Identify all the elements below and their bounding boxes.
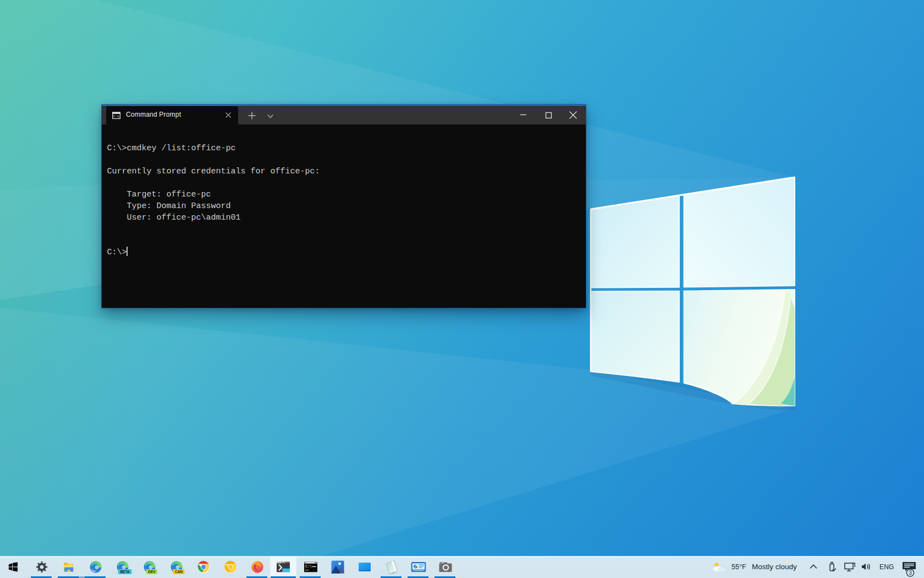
svg-text:CAN: CAN	[174, 570, 182, 574]
svg-text:3: 3	[909, 570, 912, 576]
svg-text:BETA: BETA	[120, 570, 130, 574]
svg-text:DEV: DEV	[148, 570, 156, 574]
svg-text:C:\: C:\	[113, 114, 119, 118]
svg-text:C:\: C:\	[305, 565, 312, 569]
